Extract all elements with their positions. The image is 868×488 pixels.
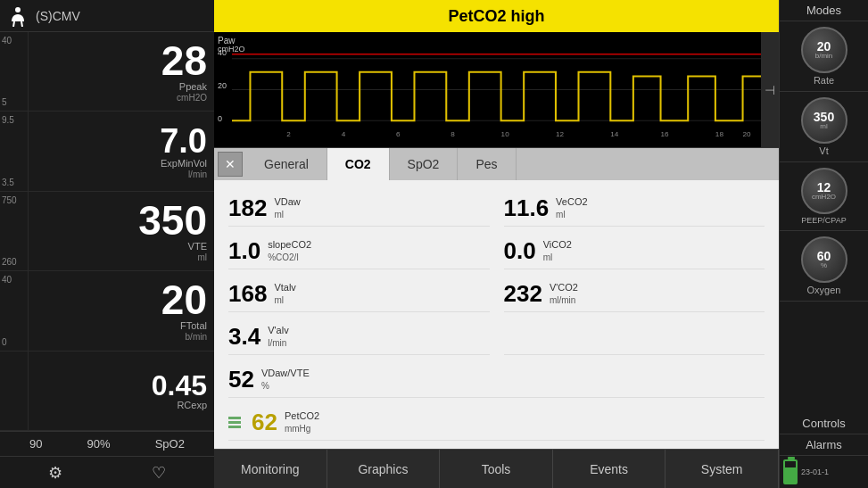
slopeco2-value: 1.0 [228, 237, 260, 265]
alert-bar: PetCO2 high [214, 0, 779, 32]
alarms-label[interactable]: Alarms [780, 434, 868, 456]
knob-rate[interactable]: 20 b/min [801, 27, 847, 73]
waveform-icon[interactable]: ♡ [152, 463, 166, 483]
svg-text:8: 8 [451, 130, 455, 138]
knob-rate-unit: b/min [815, 53, 833, 60]
waveform-y40: 40 [218, 48, 227, 57]
mode-label: (S)CMV [36, 9, 80, 23]
vte-limits: 750 260 [0, 192, 29, 270]
rcexp-label: RCexp [177, 400, 207, 410]
svg-text:20: 20 [743, 130, 752, 138]
svg-text:14: 14 [610, 130, 619, 138]
vtalv-value: 168 [228, 280, 267, 308]
svg-text:6: 6 [396, 130, 401, 138]
knob-oxygen[interactable]: 60 % [801, 236, 847, 283]
knob-vt[interactable]: 350 ml [801, 97, 847, 144]
waveform-scroll-btn[interactable]: ⊣ [761, 32, 779, 147]
slopeco2-name: slopeCO2 %CO2/l [268, 239, 311, 262]
petco2-value: 62 [252, 409, 277, 436]
co2-grid: 182 VDaw ml 11.6 VeCO2 ml 1.0 [228, 191, 765, 449]
valv-name: V'alv l/min [268, 325, 289, 348]
nav-graphics[interactable]: Graphics [327, 450, 441, 488]
ppeak-label: Ppeak cmH2O [177, 81, 207, 103]
vdaw-vte-name: VDaw/VTE % [261, 368, 310, 391]
vte-value-area: 350 VTE ml [29, 192, 214, 270]
knob-oxygen-label: Oxygen [807, 285, 841, 295]
rcexp-limits [0, 352, 29, 430]
param-vdaw: 182 VDaw ml [228, 191, 490, 227]
veco2-value: 11.6 [504, 194, 550, 222]
param-veco2: 11.6 VeCO2 ml [504, 191, 765, 227]
time-display: 23-01-1 [801, 467, 829, 476]
tab-co2[interactable]: CO2 [327, 148, 390, 180]
param-vdaw-vte: 52 VDaw/VTE % [228, 362, 765, 398]
knob-rate-label: Rate [814, 75, 834, 86]
ftotal-upper: 40 [2, 275, 26, 285]
left-bottom-icons: ⚙ ♡ [0, 456, 214, 488]
rcexp-value: 0.45 [152, 371, 207, 400]
knob-vt-value: 350 [814, 111, 834, 123]
knob-vt-label: Vt [819, 145, 828, 156]
person-icon [7, 5, 29, 27]
battery-area: 23-01-1 [780, 456, 868, 488]
vte-lower: 260 [2, 257, 26, 267]
ppeak-lower: 5 [2, 97, 26, 107]
tab-spo2[interactable]: SpO2 [390, 148, 459, 180]
svg-text:4: 4 [342, 130, 346, 138]
ppeak-limits: 40 5 [0, 32, 29, 111]
metric-ppeak: 40 5 28 Ppeak cmH2O [0, 32, 214, 112]
vte-upper: 750 [2, 195, 26, 205]
veco2-name: VeCO2 ml [556, 196, 587, 219]
nav-monitoring[interactable]: Monitoring [214, 450, 327, 488]
knob-peep[interactable]: 12 cmH2O [801, 168, 847, 214]
controls-label[interactable]: Controls [780, 413, 868, 434]
svg-text:2: 2 [286, 130, 291, 138]
param-vco2: 232 V'CO2 ml/min [504, 277, 765, 312]
knob-vt-container: 350 ml Vt [780, 92, 868, 162]
waveform-svg: 2 4 6 8 10 12 14 16 18 20 [232, 32, 761, 147]
knob-peep-container: 12 cmH2O PEEP/CPAP [780, 162, 868, 231]
nav-system[interactable]: System [665, 450, 779, 488]
vdaw-value: 182 [228, 194, 267, 222]
param-vico2: 0.0 ViCO2 ml [504, 234, 765, 269]
knob-peep-label: PEEP/CPAP [801, 216, 846, 225]
battery-icon [783, 459, 798, 484]
spo2-val1: 90 [29, 437, 42, 451]
left-panel: (S)CMV 40 5 28 Ppeak cmH2O [0, 0, 214, 488]
nav-tools[interactable]: Tools [440, 450, 553, 488]
right-panel: Modes 20 b/min Rate 350 ml Vt 12 cmH2O P… [779, 0, 868, 488]
knob-vt-unit: ml [820, 123, 827, 130]
ftotal-limits: 40 0 [0, 271, 29, 350]
vdaw-name: VDaw ml [274, 196, 300, 219]
ppeak-value-area: 28 Ppeak cmH2O [29, 32, 214, 111]
tabs-container: ✕ General CO2 SpO2 Pes [214, 148, 779, 180]
tab-close-button[interactable]: ✕ [218, 152, 243, 177]
content-area: 182 VDaw ml 11.6 VeCO2 ml 1.0 [214, 180, 779, 449]
metric-expminvol: 9.5 3.5 7.0 ExpMinVol l/min [0, 112, 214, 191]
svg-line-1 [13, 21, 14, 27]
center-panel: PetCO2 high Paw cmH2O 40 20 0 2 4 [214, 0, 779, 488]
svg-text:10: 10 [501, 130, 510, 138]
ftotal-label: FTotal b/min [180, 320, 207, 342]
expminvol-limits: 9.5 3.5 [0, 112, 29, 190]
svg-text:18: 18 [715, 130, 724, 138]
knob-peep-unit: cmH2O [812, 194, 836, 201]
param-vtalv: 168 Vtalv ml [228, 277, 490, 312]
metric-vte: 750 260 350 VTE ml [0, 192, 214, 271]
nav-events[interactable]: Events [553, 450, 666, 488]
waveform-area: Paw cmH2O 40 20 0 2 4 6 8 10 [214, 32, 779, 148]
tab-pes[interactable]: Pes [458, 148, 516, 180]
ppeak-value: 28 [161, 40, 207, 81]
expminvol-label: ExpMinVol l/min [161, 158, 207, 179]
tab-general[interactable]: General [246, 148, 327, 180]
person-settings-icon[interactable]: ⚙ [48, 463, 62, 483]
vco2-name: V'CO2 ml/min [550, 282, 578, 305]
expminvol-value-area: 7.0 ExpMinVol l/min [29, 112, 214, 190]
ftotal-value: 20 [161, 279, 207, 320]
knob-peep-value: 12 [817, 181, 831, 194]
bottom-nav: Monitoring Graphics Tools Events System [214, 449, 779, 488]
knob-oxygen-unit: % [821, 262, 827, 269]
spo2-label: SpO2 [155, 437, 185, 451]
metrics-container: 40 5 28 Ppeak cmH2O 9.5 3.5 [0, 32, 214, 431]
alert-text: PetCO2 high [448, 7, 544, 26]
